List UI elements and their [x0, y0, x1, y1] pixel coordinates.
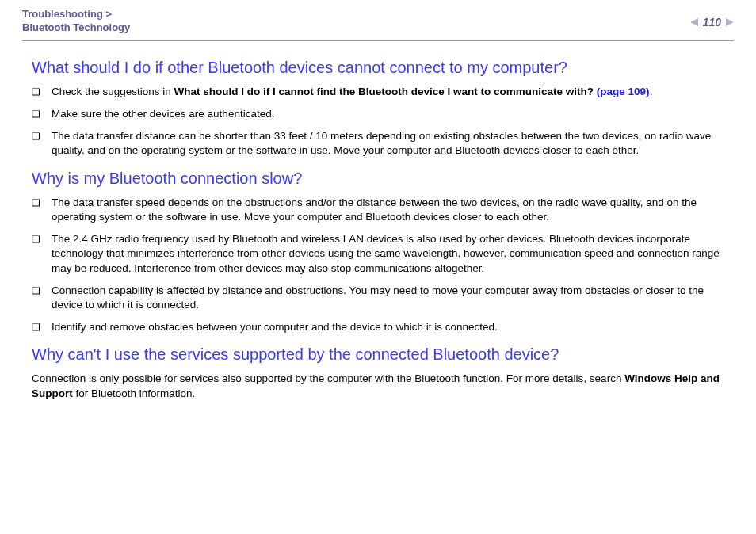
page-content: What should I do if other Bluetooth devi… — [0, 48, 756, 401]
section-3-paragraph: Connection is only possible for services… — [32, 372, 734, 400]
list-item-text: The data transfer distance can be shorte… — [52, 129, 734, 158]
bullet-icon: ❑ — [32, 284, 40, 297]
prev-page-arrow-icon[interactable] — [690, 18, 698, 26]
bullet-icon: ❑ — [32, 233, 40, 246]
header-divider — [22, 40, 734, 41]
section-1-list: ❑ Check the suggestions in What should I… — [32, 85, 734, 158]
bullet-icon: ❑ — [32, 130, 40, 143]
list-item: ❑ The data transfer speed depends on the… — [32, 196, 734, 224]
list-item-text: Make sure the other devices are authenti… — [52, 107, 734, 121]
list-item-text: Connection capability is affected by dis… — [52, 284, 734, 312]
bullet-icon: ❑ — [32, 321, 40, 334]
page-link[interactable]: (page 109) — [597, 86, 650, 97]
bullet-icon: ❑ — [32, 108, 40, 120]
section-heading-2: Why is my Bluetooth connection slow? — [32, 170, 734, 188]
list-item: ❑ Connection capability is affected by d… — [32, 284, 734, 312]
breadcrumb: Troubleshooting > Bluetooth Technology — [22, 8, 130, 35]
section-2-list: ❑ The data transfer speed depends on the… — [32, 196, 734, 335]
next-page-arrow-icon[interactable] — [726, 18, 734, 26]
list-item-text: Identify and remove obstacles between yo… — [52, 320, 734, 334]
page-nav: 110 — [690, 16, 734, 29]
list-item-text: The 2.4 GHz radio frequency used by Blue… — [52, 232, 734, 276]
bullet-icon: ❑ — [32, 196, 40, 209]
list-item-text: The data transfer speed depends on the o… — [52, 196, 734, 224]
list-item: ❑ The data transfer distance can be shor… — [32, 129, 734, 158]
bullet-icon: ❑ — [32, 86, 40, 98]
list-item: ❑ Check the suggestions in What should I… — [32, 85, 734, 99]
list-item: ❑ The 2.4 GHz radio frequency used by Bl… — [32, 232, 734, 276]
page-number: 110 — [703, 16, 721, 29]
list-item: ❑ Identify and remove obstacles between … — [32, 320, 734, 334]
list-item: ❑ Make sure the other devices are authen… — [32, 107, 734, 121]
breadcrumb-line2: Bluetooth Technology — [22, 21, 130, 35]
list-item-text: Check the suggestions in What should I d… — [52, 85, 734, 99]
section-heading-1: What should I do if other Bluetooth devi… — [32, 59, 734, 77]
breadcrumb-line1: Troubleshooting > — [22, 8, 130, 21]
section-heading-3: Why can't I use the services supported b… — [32, 345, 734, 364]
